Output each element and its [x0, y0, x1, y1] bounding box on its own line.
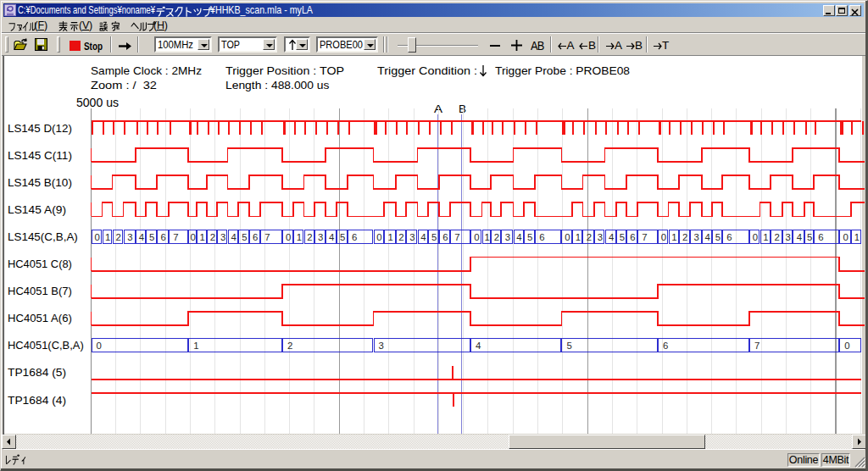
svg-text:2: 2 — [398, 232, 403, 242]
svg-text:5: 5 — [340, 232, 345, 242]
svg-text:0: 0 — [95, 232, 100, 242]
svg-text:0: 0 — [376, 232, 381, 242]
svg-text:7: 7 — [642, 232, 647, 242]
svg-text:5: 5 — [242, 232, 247, 242]
svg-text:5: 5 — [566, 341, 571, 351]
svg-text:2: 2 — [287, 341, 292, 351]
svg-text:0: 0 — [844, 341, 849, 351]
svg-text:1: 1 — [105, 232, 110, 242]
svg-text:7: 7 — [754, 341, 760, 351]
svg-text:4: 4 — [139, 232, 144, 242]
svg-text:2: 2 — [774, 232, 779, 242]
svg-text:0: 0 — [565, 232, 570, 242]
svg-text:5: 5 — [149, 232, 154, 242]
svg-text:4: 4 — [516, 232, 521, 242]
svg-text:2: 2 — [682, 232, 687, 242]
svg-text:3: 3 — [409, 232, 415, 242]
svg-text:4: 4 — [797, 232, 802, 242]
svg-text:1: 1 — [671, 232, 676, 242]
svg-text:1: 1 — [763, 232, 768, 242]
svg-text:0: 0 — [753, 232, 758, 242]
svg-text:3: 3 — [318, 232, 323, 242]
svg-text:5: 5 — [715, 232, 721, 242]
svg-text:0: 0 — [286, 232, 291, 242]
svg-text:1: 1 — [484, 232, 489, 242]
svg-text:6: 6 — [630, 232, 635, 242]
svg-text:5: 5 — [527, 232, 532, 242]
svg-text:4: 4 — [705, 232, 710, 242]
svg-text:1: 1 — [199, 232, 204, 242]
svg-text:4: 4 — [329, 232, 334, 242]
svg-text:0: 0 — [661, 232, 666, 242]
svg-text:4: 4 — [420, 232, 426, 242]
svg-text:6: 6 — [818, 232, 823, 242]
svg-text:4: 4 — [609, 232, 614, 242]
svg-text:6: 6 — [253, 232, 258, 242]
svg-text:3: 3 — [220, 232, 225, 242]
svg-text:5: 5 — [807, 232, 812, 242]
svg-text:1: 1 — [576, 232, 581, 242]
svg-text:3: 3 — [505, 232, 510, 242]
svg-text:1: 1 — [854, 232, 860, 242]
svg-text:3: 3 — [379, 341, 384, 351]
svg-text:5: 5 — [620, 232, 625, 242]
svg-text:0: 0 — [97, 341, 102, 351]
svg-text:3: 3 — [786, 232, 791, 242]
svg-text:0: 0 — [843, 232, 849, 242]
svg-text:6: 6 — [539, 232, 544, 242]
svg-text:3: 3 — [127, 232, 132, 242]
svg-text:2: 2 — [494, 232, 499, 242]
svg-text:1: 1 — [193, 341, 198, 351]
svg-text:2: 2 — [307, 232, 312, 242]
svg-text:4: 4 — [231, 232, 236, 242]
svg-text:6: 6 — [726, 232, 732, 242]
svg-text:0: 0 — [191, 232, 196, 242]
svg-text:5: 5 — [431, 232, 437, 242]
svg-text:7: 7 — [264, 232, 270, 242]
svg-text:0: 0 — [474, 232, 479, 242]
svg-text:4: 4 — [476, 341, 481, 351]
svg-text:2: 2 — [587, 232, 592, 242]
svg-text:6: 6 — [161, 232, 166, 242]
svg-text:7: 7 — [454, 232, 459, 242]
svg-text:3: 3 — [598, 232, 603, 242]
svg-text:1: 1 — [297, 232, 302, 242]
svg-text:6: 6 — [663, 341, 668, 351]
svg-text:6: 6 — [442, 232, 448, 242]
svg-text:6: 6 — [352, 232, 357, 242]
svg-text:7: 7 — [173, 232, 178, 242]
svg-text:2: 2 — [210, 232, 215, 242]
svg-text:2: 2 — [116, 232, 121, 242]
svg-text:1: 1 — [388, 232, 393, 242]
svg-text:3: 3 — [693, 232, 698, 242]
